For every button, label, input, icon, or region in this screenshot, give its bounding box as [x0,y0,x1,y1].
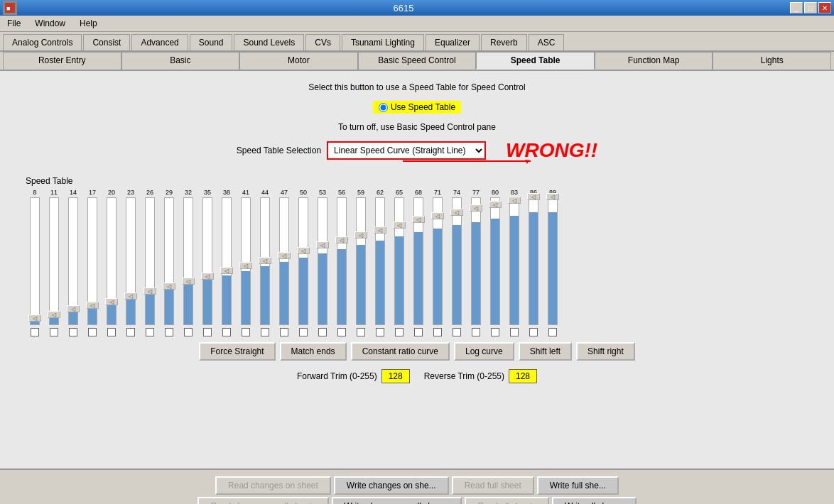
maximize-button[interactable]: □ [804,2,817,13]
write-changes-sheet-button[interactable]: Write changes on she... [334,476,449,495]
slider-thumb-89[interactable] [546,193,559,200]
slider-checkbox-83[interactable] [510,328,519,336]
tab-equalizer[interactable]: Equalizer [426,34,480,50]
shift-right-button[interactable]: Shift right [576,342,635,361]
slider-thumb-71[interactable] [431,212,444,219]
slider-thumb-83[interactable] [508,197,521,204]
menu-file[interactable]: File [3,17,25,30]
tab-sound-levels[interactable]: Sound Levels [234,34,304,50]
read-changes-all-sheets-button[interactable]: Read changes on all sheets [197,497,328,504]
slider-thumb-74[interactable] [450,209,463,216]
slider-thumb-23[interactable] [124,292,137,300]
slider-thumb-59[interactable] [354,231,367,239]
slider-thumb-77[interactable] [470,204,482,212]
slider-col-74: 74 [448,189,466,336]
match-ends-button[interactable]: Match ends [280,342,347,361]
constant-ratio-button[interactable]: Constant ratio curve [351,342,450,361]
slider-checkbox-77[interactable] [472,328,480,336]
slider-num-35: 35 [204,189,211,196]
slider-thumb-50[interactable] [297,247,310,254]
slider-thumb-47[interactable] [278,252,291,259]
slider-checkbox-68[interactable] [414,328,423,336]
slider-checkbox-74[interactable] [453,328,461,336]
tab-consist[interactable]: Consist [83,34,130,50]
slider-checkbox-41[interactable] [242,328,250,336]
slider-thumb-14[interactable] [67,305,80,312]
slider-checkbox-11[interactable] [50,328,58,336]
slider-thumb-56[interactable] [335,236,348,243]
slider-thumb-26[interactable] [143,287,156,295]
slider-thumb-53[interactable] [316,241,329,248]
slider-checkbox-8[interactable] [31,328,39,336]
tab-motor[interactable]: Motor [239,52,358,70]
use-speed-table-input[interactable] [379,103,388,112]
slider-checkbox-47[interactable] [280,328,288,336]
slider-thumb-20[interactable] [105,298,118,305]
slider-thumb-35[interactable] [201,273,214,280]
force-straight-button[interactable]: Force Straight [199,342,275,361]
slider-checkbox-65[interactable] [395,328,404,336]
tab-speed-table[interactable]: Speed Table [476,52,595,70]
tab-asc[interactable]: ASC [529,34,565,50]
slider-checkbox-35[interactable] [203,328,212,336]
slider-checkbox-89[interactable] [548,328,557,336]
forward-trim-input[interactable] [381,369,410,383]
slider-thumb-68[interactable] [412,216,425,223]
tab-sound[interactable]: Sound [190,34,233,50]
tab-lights[interactable]: Lights [713,52,831,70]
log-curve-button[interactable]: Log curve [454,342,514,361]
slider-checkbox-17[interactable] [88,328,97,336]
tab-basic[interactable]: Basic [121,52,240,70]
minimize-button[interactable]: _ [790,2,803,13]
slider-checkbox-14[interactable] [69,328,77,336]
slider-checkbox-86[interactable] [529,328,538,336]
write-all-sheets-button[interactable]: Write all shee... [552,497,636,504]
tab-advanced[interactable]: Advanced [131,34,188,50]
tab-reverb[interactable]: Reverb [481,34,527,50]
use-speed-table-radio[interactable]: Use Speed Table [373,101,461,114]
slider-thumb-11[interactable] [48,311,60,318]
slider-checkbox-56[interactable] [337,328,346,336]
write-changes-all-sheets-button[interactable]: Write changes on all shee... [332,497,462,504]
slider-checkbox-62[interactable] [376,328,384,336]
tab-function-map[interactable]: Function Map [595,52,713,70]
read-full-sheet-button[interactable]: Read full sheet [452,476,534,495]
slider-checkbox-59[interactable] [357,328,365,336]
tab-analog-controls[interactable]: Analog Controls [3,34,82,50]
tab-basic-speed-control[interactable]: Basic Speed Control [358,52,477,70]
slider-checkbox-71[interactable] [433,328,442,336]
slider-thumb-80[interactable] [489,201,502,208]
speed-table-dropdown[interactable]: Linear Speed Curve (Straight Line) [328,143,484,158]
menu-window[interactable]: Window [31,17,70,30]
slider-thumb-29[interactable] [163,283,175,290]
slider-checkbox-26[interactable] [146,328,154,336]
slider-checkbox-53[interactable] [318,328,327,336]
slider-thumb-44[interactable] [259,257,271,264]
close-button[interactable]: ✕ [818,2,831,13]
write-full-sheet-button[interactable]: Write full she... [537,476,619,495]
slider-thumb-17[interactable] [86,302,99,309]
tab-cvs[interactable]: CVs [305,34,340,50]
slider-checkbox-20[interactable] [107,328,116,336]
menu-help[interactable]: Help [75,17,102,30]
slider-thumb-65[interactable] [393,221,406,229]
slider-thumb-38[interactable] [220,267,233,274]
slider-thumb-8[interactable] [28,314,41,322]
slider-thumb-32[interactable] [182,278,195,285]
tab-roster-entry[interactable]: Roster Entry [3,52,121,70]
read-all-sheets-button[interactable]: Read all sheets [465,497,549,504]
tab-tsunami-lighting[interactable]: Tsunami Lighting [342,34,424,50]
slider-checkbox-80[interactable] [491,328,499,336]
shift-left-button[interactable]: Shift left [519,342,572,361]
slider-thumb-86[interactable] [527,193,540,200]
slider-checkbox-32[interactable] [184,328,193,336]
reverse-trim-input[interactable] [509,369,537,383]
slider-checkbox-50[interactable] [299,328,308,336]
read-changes-sheet-button[interactable]: Read changes on sheet [215,476,331,495]
slider-thumb-41[interactable] [239,262,252,269]
slider-checkbox-38[interactable] [222,328,231,336]
slider-checkbox-29[interactable] [165,328,173,336]
slider-checkbox-23[interactable] [126,328,135,336]
slider-checkbox-44[interactable] [261,328,269,336]
slider-thumb-62[interactable] [374,226,386,234]
